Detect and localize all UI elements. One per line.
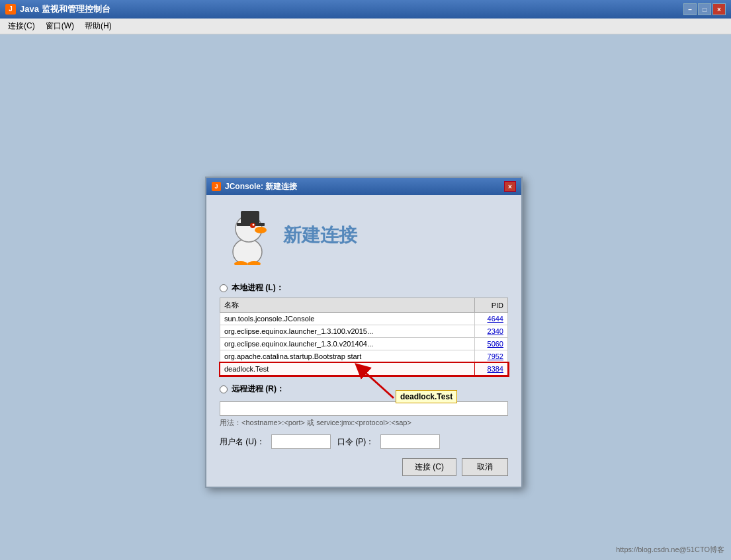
minimize-button[interactable]: –: [683, 3, 697, 15]
title-bar: J Java 监视和管理控制台 – □ ×: [0, 0, 731, 19]
dialog-header: 新建连接: [220, 206, 508, 272]
menu-bar: 连接(C) 窗口(W) 帮助(H): [0, 19, 731, 34]
table-row[interactable]: sun.tools.jconsole.JConsole4644: [220, 313, 508, 325]
process-name-cell: org.apache.catalina.startup.Bootstrap st…: [220, 350, 475, 363]
process-name-cell: org.eclipse.equinox.launcher_1.3.100.v20…: [220, 325, 475, 338]
cancel-button[interactable]: 取消: [462, 458, 508, 476]
remote-process-input[interactable]: [220, 401, 508, 416]
remote-process-header: 远程进程 (R)：: [220, 383, 508, 395]
table-row[interactable]: org.eclipse.equinox.launcher_1.3.100.v20…: [220, 325, 508, 338]
dialog-title-text: JConsole: 新建连接: [225, 181, 297, 192]
buttons-row: 连接 (C) 取消: [220, 458, 508, 476]
dialog-close-button[interactable]: ×: [504, 181, 516, 192]
dialog-header-title: 新建连接: [283, 223, 357, 248]
connect-button[interactable]: 连接 (C): [402, 458, 456, 476]
process-pid-cell: 4644: [475, 313, 508, 325]
svg-rect-3: [241, 211, 259, 224]
tooltip-box: deadlock.Test: [396, 390, 457, 403]
menu-connect[interactable]: 连接(C): [3, 19, 40, 33]
usage-text: 用法：<hostname>:<port> 或 service:jmx:<prot…: [220, 418, 508, 428]
remote-process-section: 远程进程 (R)： 用法：<hostname>:<port> 或 service…: [220, 383, 508, 428]
password-input[interactable]: [380, 434, 440, 449]
table-header-pid: PID: [475, 298, 508, 313]
password-label: 口令 (P)：: [337, 436, 374, 448]
username-label: 用户名 (U)：: [220, 436, 265, 448]
title-controls: – □ ×: [683, 3, 726, 15]
process-pid-cell: 5060: [475, 338, 508, 350]
jconsole-dialog: J JConsole: 新建连接 ×: [205, 177, 523, 488]
remote-process-radio[interactable]: [220, 385, 228, 393]
app-icon: J: [5, 4, 16, 15]
remote-process-label: 远程进程 (R)：: [232, 383, 284, 395]
process-name-cell: sun.tools.jconsole.JConsole: [220, 313, 475, 325]
username-input[interactable]: [271, 434, 331, 449]
svg-point-6: [253, 224, 255, 226]
app-title: Java 监视和管理控制台: [20, 3, 110, 15]
dialog-title-bar: J JConsole: 新建连接 ×: [206, 178, 521, 195]
duke-mascot: [220, 206, 273, 265]
svg-point-0: [233, 239, 262, 265]
local-process-label: 本地进程 (L)：: [232, 282, 284, 294]
dialog-body: 新建连接 本地进程 (L)： 名称 PID sun.tools.j: [206, 195, 521, 487]
process-table: 名称 PID sun.tools.jconsole.JConsole4644or…: [220, 298, 508, 376]
process-name-cell: deadlock.Test: [220, 363, 475, 376]
local-process-header: 本地进程 (L)：: [220, 282, 508, 294]
table-header-name: 名称: [220, 298, 475, 313]
table-row[interactable]: org.eclipse.equinox.launcher_1.3.0.v2014…: [220, 338, 508, 350]
dialog-icon: J: [212, 182, 221, 191]
table-row[interactable]: org.apache.catalina.startup.Bootstrap st…: [220, 350, 508, 363]
maximize-button[interactable]: □: [698, 3, 711, 15]
table-row[interactable]: deadlock.Test8384: [220, 363, 508, 376]
process-pid-cell: 7952: [475, 350, 508, 363]
close-button[interactable]: ×: [712, 3, 726, 15]
watermark: https://blog.csdn.ne@51CTO博客: [616, 545, 724, 555]
svg-point-4: [255, 227, 267, 233]
local-process-radio[interactable]: [220, 284, 228, 292]
process-pid-cell: 2340: [475, 325, 508, 338]
menu-window[interactable]: 窗口(W): [40, 19, 79, 33]
credentials-row: 用户名 (U)： 口令 (P)：: [220, 434, 508, 449]
desktop: J JConsole: 新建连接 ×: [0, 34, 731, 560]
process-pid-cell: 8384: [475, 363, 508, 376]
process-name-cell: org.eclipse.equinox.launcher_1.3.0.v2014…: [220, 338, 475, 350]
menu-help[interactable]: 帮助(H): [79, 19, 117, 33]
local-process-section: 本地进程 (L)： 名称 PID sun.tools.jconsole.JCon…: [220, 282, 508, 376]
